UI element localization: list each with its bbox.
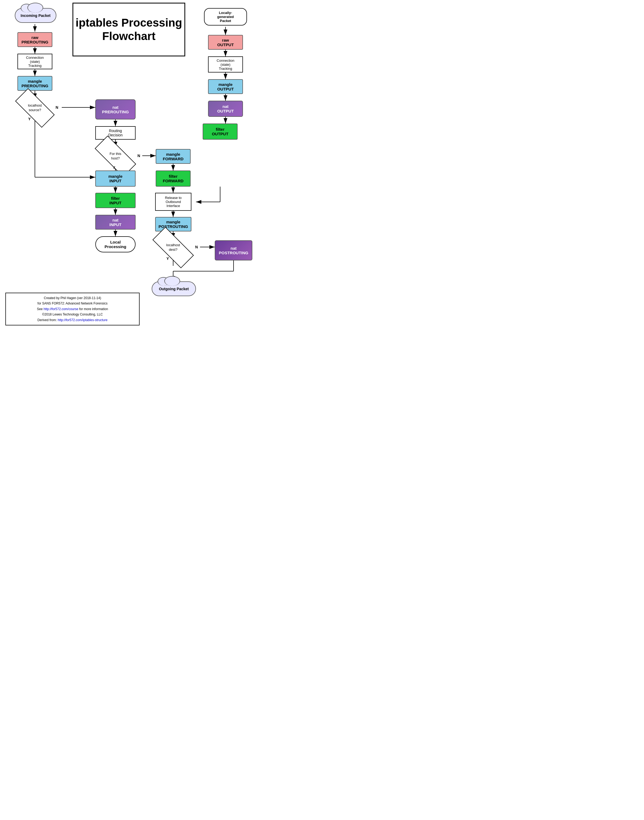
raw-prerouting: raw PREROUTING (17, 32, 52, 47)
footer: Created by Phil Hagen (ver 2018-11-14) f… (5, 293, 140, 326)
title-text: iptables Processing Flowchart (73, 16, 184, 43)
localhost-dest-n-label: N (195, 245, 198, 249)
conn-tracking-2: Connection (state) Tracking (208, 56, 243, 72)
release-outbound: Release to Outbound Interface (155, 193, 192, 211)
localhost-source-n-label: N (55, 105, 58, 109)
footer-line2: for SANS FOR572: Advanced Network Forens… (9, 301, 136, 306)
footer-link2[interactable]: http://for572.com/iptables-structure (58, 318, 107, 322)
footer-line5: Derived from: http://for572.com/iptables… (9, 317, 136, 323)
localhost-source-diamond: localhost source? (16, 99, 54, 117)
diagram: iptables Processing Flowchart Incoming P… (0, 0, 258, 327)
local-processing: Local Processing (95, 236, 136, 252)
footer-line1: Created by Phil Hagen (ver 2018-11-14) (9, 295, 136, 301)
filter-output: filter OUTPUT (203, 123, 238, 140)
filter-input: filter INPUT (95, 193, 136, 208)
nat-output: nat OUTPUT (208, 101, 243, 117)
nat-input: nat INPUT (95, 215, 136, 230)
localhost-dest-y-label: Y (166, 256, 169, 261)
routing-decision: Routing Decision (95, 126, 136, 140)
incoming-packet: Incoming Packet (15, 8, 57, 23)
nat-prerouting: nat PREROUTING (95, 99, 136, 120)
nat-postrouting: nat POSTROUTING (215, 240, 252, 260)
localhost-dest-diamond: localhost dest? (153, 238, 193, 257)
title-box: iptables Processing Flowchart (72, 3, 185, 56)
for-this-host-n-label: N (138, 154, 140, 158)
footer-line4: ©2018 Lewes Technology Consulting, LLC (9, 312, 136, 317)
mangle-prerouting: mangle PREROUTING (17, 76, 52, 91)
mangle-postrouting: mangle POSTROUTING (155, 217, 192, 232)
mangle-output: mangle OUTPUT (208, 79, 243, 94)
raw-output: raw OUTPUT (208, 35, 243, 50)
for-this-host-y-label: Y (113, 166, 115, 170)
localhost-source-y-label: Y (28, 117, 31, 121)
mangle-forward: mangle FORWARD (156, 149, 190, 164)
filter-forward: filter FORWARD (156, 170, 190, 187)
outgoing-packet: Outgoing Packet (152, 281, 196, 296)
conn-tracking-1: Connection (state) Tracking (17, 54, 52, 69)
mangle-input: mangle INPUT (95, 170, 136, 187)
locally-generated: Locally- generated Packet (204, 8, 247, 26)
for-this-host-diamond: For this host? (95, 147, 136, 166)
footer-line3: See http://for572.com/course for more in… (9, 306, 136, 312)
footer-link1[interactable]: http://for572.com/course (43, 307, 78, 311)
